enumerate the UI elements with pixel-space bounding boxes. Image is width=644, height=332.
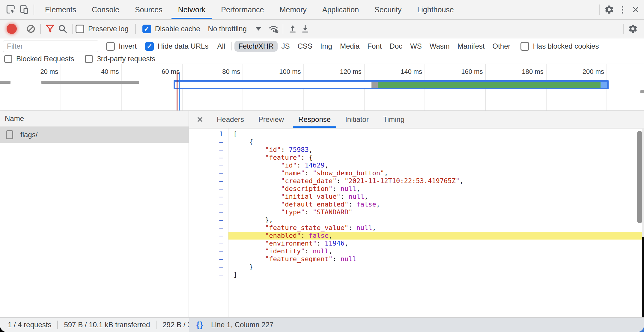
tab-memory[interactable]: Memory xyxy=(272,0,314,19)
main-tabbar-tabs: ElementsConsoleSourcesNetworkPerformance… xyxy=(37,0,462,19)
code-line: "type": "STANDARD" xyxy=(228,208,644,216)
detail-tab-initiator[interactable]: Initiator xyxy=(338,111,376,128)
filter-type-font[interactable]: Font xyxy=(363,41,386,52)
search-icon[interactable] xyxy=(56,23,69,35)
blocked-requests-checkbox-group[interactable]: Blocked Requests xyxy=(4,55,74,63)
tab-elements[interactable]: Elements xyxy=(37,0,84,19)
has-blocked-cookies-label: Has blocked cookies xyxy=(533,42,599,50)
import-har-icon[interactable] xyxy=(286,23,299,35)
code-line: "id": 75983, xyxy=(228,146,644,154)
name-column-header[interactable]: Name xyxy=(0,111,189,127)
filter-type-img[interactable]: Img xyxy=(316,41,336,52)
hide-data-urls-checkbox[interactable]: ✓ xyxy=(145,42,154,51)
gutter-fold-marker: – xyxy=(189,216,228,224)
invert-checkbox-group[interactable]: Invert xyxy=(106,42,137,51)
export-har-icon[interactable] xyxy=(299,23,312,35)
blocked-requests-label: Blocked Requests xyxy=(16,55,74,63)
filter-type-ws[interactable]: WS xyxy=(406,41,426,52)
tab-network[interactable]: Network xyxy=(170,0,213,19)
divider xyxy=(623,24,624,34)
request-waterfall-bar-selected xyxy=(174,80,609,89)
detail-tab-preview[interactable]: Preview xyxy=(251,111,291,128)
third-party-requests-checkbox[interactable] xyxy=(85,55,93,63)
filter-type-doc[interactable]: Doc xyxy=(386,41,406,52)
waterfall-segment-gray xyxy=(371,82,378,88)
divider xyxy=(40,24,41,34)
preserve-log-checkbox[interactable] xyxy=(76,25,84,33)
response-source-view: 1–––––––––––––––––– [ { "id": 75983, "fe… xyxy=(189,128,644,317)
timeline-tick-label: 180 ms xyxy=(499,68,544,76)
blocked-requests-checkbox[interactable] xyxy=(4,55,12,63)
tab-performance[interactable]: Performance xyxy=(213,0,272,19)
timeline-tick-label: 160 ms xyxy=(438,68,483,76)
chevron-down-icon[interactable] xyxy=(256,27,261,31)
has-blocked-cookies-checkbox-group[interactable]: Has blocked cookies xyxy=(520,42,599,51)
tab-console[interactable]: Console xyxy=(84,0,127,19)
device-toolbar-icon[interactable] xyxy=(17,3,31,16)
code-line: }, xyxy=(228,216,644,224)
preserve-log-checkbox-group[interactable]: Preserve log xyxy=(76,25,129,33)
gutter-fold-marker: – xyxy=(189,255,228,263)
code-line: "feature_segment": null xyxy=(228,255,644,263)
gutter-fold-marker: – xyxy=(189,232,228,240)
hide-data-urls-checkbox-group[interactable]: ✓ Hide data URLs xyxy=(145,42,208,51)
response-code-lines: [ { "id": 75983, "feature": { "id": 1462… xyxy=(228,128,644,317)
record-network-log-button[interactable] xyxy=(7,24,17,34)
settings-gear-icon[interactable] xyxy=(603,3,616,16)
invert-checkbox[interactable] xyxy=(106,42,115,51)
inspect-element-icon[interactable] xyxy=(4,3,17,16)
filter-type-fetch-xhr[interactable]: Fetch/XHR xyxy=(234,41,277,52)
detail-tab-timing[interactable]: Timing xyxy=(376,111,412,128)
gutter-fold-marker: – xyxy=(189,146,228,154)
filter-type-media[interactable]: Media xyxy=(336,41,363,52)
filter-type-js[interactable]: JS xyxy=(278,41,294,52)
network-settings-gear-icon[interactable] xyxy=(627,23,639,35)
disable-cache-checkbox-group[interactable]: ✓ Disable cache xyxy=(142,25,200,33)
gutter-fold-marker: – xyxy=(189,185,228,193)
divider xyxy=(57,321,58,329)
filter-funnel-icon[interactable] xyxy=(44,23,56,35)
gutter-fold-marker: – xyxy=(189,177,228,185)
request-row[interactable]: flags/ xyxy=(0,127,189,143)
timeline-tick-label: 20 ms xyxy=(13,68,58,76)
has-blocked-cookies-checkbox[interactable] xyxy=(520,42,529,51)
network-main-split: Name flags/ HeadersPreviewResponseInitia… xyxy=(0,111,644,317)
detail-tab-response[interactable]: Response xyxy=(291,111,338,128)
tab-security[interactable]: Security xyxy=(367,0,409,19)
main-tabbar: ElementsConsoleSourcesNetworkPerformance… xyxy=(0,0,644,20)
close-devtools-icon[interactable] xyxy=(629,3,642,16)
filter-input[interactable] xyxy=(3,41,98,52)
disable-cache-checkbox[interactable]: ✓ xyxy=(142,25,151,33)
tab-application[interactable]: Application xyxy=(315,0,367,19)
gutter-fold-marker: – xyxy=(189,154,228,161)
clear-network-log-icon[interactable] xyxy=(25,23,37,35)
throttling-select[interactable]: No throttling xyxy=(208,25,246,33)
code-line: "identity": null, xyxy=(228,247,644,255)
filter-type-css[interactable]: CSS xyxy=(294,41,316,52)
load-event-line xyxy=(177,72,177,110)
gutter-fold-marker: – xyxy=(189,271,228,279)
code-line: "environment": 11946, xyxy=(228,240,644,247)
more-options-icon[interactable] xyxy=(616,6,629,14)
pretty-print-braces-icon[interactable]: {} xyxy=(196,320,203,330)
divider xyxy=(599,5,600,15)
network-conditions-icon[interactable] xyxy=(267,23,280,35)
filter-type-all[interactable]: All xyxy=(213,41,229,52)
filter-type-manifest[interactable]: Manifest xyxy=(454,41,489,52)
code-line: { xyxy=(228,138,644,146)
code-line: ] xyxy=(228,271,644,279)
network-overview-timeline[interactable]: 20 ms40 ms60 ms80 ms100 ms120 ms140 ms16… xyxy=(0,64,644,111)
tab-lighthouse[interactable]: Lighthouse xyxy=(409,0,461,19)
gutter-fold-marker: – xyxy=(189,193,228,201)
third-party-requests-checkbox-group[interactable]: 3rd-party requests xyxy=(85,55,155,63)
close-details-icon[interactable] xyxy=(195,114,205,125)
filter-type-other[interactable]: Other xyxy=(488,41,514,52)
vertical-scrollbar[interactable] xyxy=(637,131,642,223)
tab-sources[interactable]: Sources xyxy=(127,0,170,19)
gutter-fold-marker: – xyxy=(189,201,228,208)
timeline-gridline xyxy=(61,64,61,110)
detail-tab-headers[interactable]: Headers xyxy=(210,111,251,128)
filter-type-wasm[interactable]: Wasm xyxy=(426,41,454,52)
gutter-fold-marker: – xyxy=(189,263,228,271)
timeline-tick-label: 200 ms xyxy=(559,68,604,76)
